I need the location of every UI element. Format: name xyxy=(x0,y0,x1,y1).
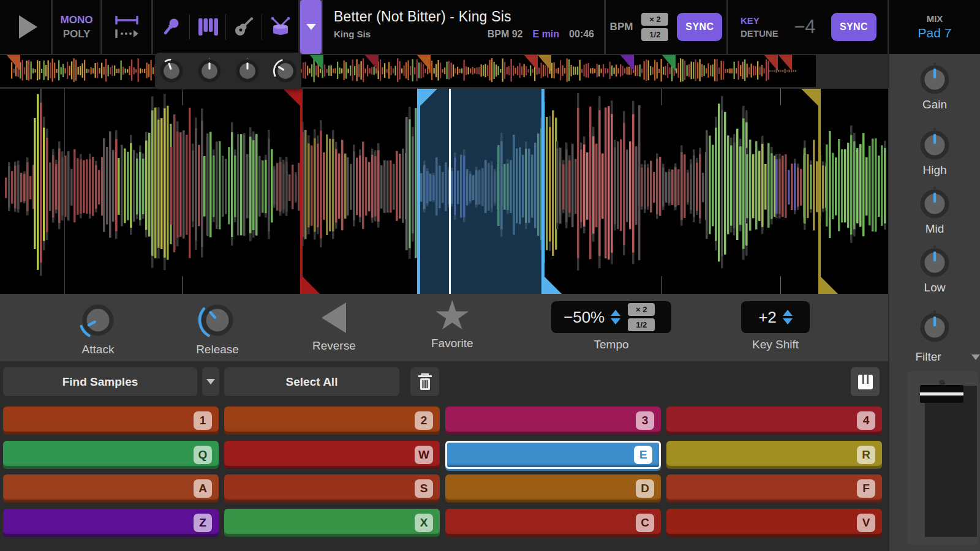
pad-key-badge: 3 xyxy=(636,411,654,430)
tempo-value: −50% xyxy=(564,308,605,327)
attack-label: Attack xyxy=(82,343,115,356)
keyboard-mode-button[interactable] xyxy=(851,367,880,396)
sample-pad-2[interactable]: 2 xyxy=(224,407,440,435)
start-cue-line[interactable] xyxy=(300,89,303,294)
low-label: Low xyxy=(889,281,980,294)
fx-knob-3[interactable] xyxy=(232,56,263,86)
gain-knob[interactable] xyxy=(916,61,953,98)
loop-range-icon xyxy=(115,16,139,24)
fx-knob-popup xyxy=(155,53,301,89)
fader-track[interactable] xyxy=(943,386,977,537)
piano-icon xyxy=(197,17,218,37)
sampler-app: MONO POLY xyxy=(0,0,980,551)
piano-keys-icon xyxy=(858,374,873,390)
mix-pad-name: Pad 7 xyxy=(918,26,952,40)
playhead[interactable] xyxy=(449,89,451,294)
mono-poly-toggle[interactable]: MONO POLY xyxy=(53,0,100,54)
sample-pad-v[interactable]: V xyxy=(666,509,882,537)
filter-knob[interactable] xyxy=(916,309,953,346)
bpm-sync-button[interactable]: SYNC xyxy=(677,13,722,41)
loop-mode-toggle[interactable] xyxy=(102,0,151,54)
tab-mic[interactable] xyxy=(153,0,189,54)
fx-knob-2[interactable] xyxy=(194,56,225,86)
bar-tick xyxy=(780,89,781,105)
release-label: Release xyxy=(196,343,239,356)
selection-right-edge[interactable] xyxy=(541,89,545,294)
pad-key-badge: F xyxy=(857,479,875,498)
sample-pad-q[interactable]: Q xyxy=(3,441,219,469)
sample-pad-w[interactable]: W xyxy=(224,441,440,469)
sample-pad-3[interactable]: 3 xyxy=(445,407,661,435)
mix-header[interactable]: MIX Pad 7 xyxy=(889,0,980,54)
microphone-icon xyxy=(160,17,181,37)
key-shift-value-box[interactable]: +2 xyxy=(741,301,810,333)
tab-keys[interactable] xyxy=(189,0,225,54)
tab-drums[interactable] xyxy=(262,0,298,54)
overview-waveform[interactable] xyxy=(0,55,816,87)
track-title: Better (Not Bitter) - King Sis xyxy=(334,9,594,25)
sample-pad-e[interactable]: E xyxy=(445,441,661,469)
sample-pad-r[interactable]: R xyxy=(666,441,882,469)
key-section: KEY DETUNE −4 SYNC xyxy=(728,0,888,54)
selection-region[interactable] xyxy=(420,89,541,294)
end-cue-line[interactable] xyxy=(818,89,821,294)
one-shot-icon xyxy=(115,29,139,38)
key-shift-up-arrow[interactable] xyxy=(783,310,793,316)
fader-handle[interactable] xyxy=(920,385,963,403)
pad-key-badge: 1 xyxy=(194,411,212,430)
reverse-label: Reverse xyxy=(312,339,356,353)
delete-button[interactable] xyxy=(410,367,439,396)
bpm-x2-button[interactable]: × 2 xyxy=(641,13,668,26)
pad-key-badge: A xyxy=(194,479,212,498)
selection-left-edge[interactable] xyxy=(417,89,420,294)
sample-pad-x[interactable]: X xyxy=(224,509,440,537)
sample-pad-f[interactable]: F xyxy=(666,474,882,503)
tempo-half-button[interactable]: 1/2 xyxy=(628,318,655,331)
sample-pad-a[interactable]: A xyxy=(3,474,219,503)
key-shift-stepper xyxy=(783,310,793,324)
bar-tick xyxy=(182,276,183,294)
mono-label[interactable]: MONO xyxy=(61,14,93,26)
tempo-value-box[interactable]: −50% × 2 1/2 xyxy=(551,301,671,333)
tab-guitar[interactable] xyxy=(226,0,262,54)
reverse-button[interactable] xyxy=(322,302,346,333)
favorite-star-button[interactable] xyxy=(435,300,469,332)
sample-pad-d[interactable]: D xyxy=(445,474,661,503)
pad-key-badge: W xyxy=(415,446,433,464)
key-sync-button[interactable]: SYNC xyxy=(831,13,876,41)
fx-knob-1[interactable] xyxy=(156,56,187,86)
find-samples-button[interactable]: Find Samples xyxy=(3,367,197,396)
sample-pad-s[interactable]: S xyxy=(224,474,440,503)
sample-controls-panel: Attack Release Reverse Favorite −50% xyxy=(0,294,888,361)
sample-pad-4[interactable]: 4 xyxy=(666,407,882,435)
mid-knob[interactable] xyxy=(916,186,953,222)
fx-knob-4[interactable] xyxy=(270,56,301,86)
attack-knob[interactable] xyxy=(77,299,119,342)
track-duration: 00:46 xyxy=(569,29,594,40)
instrument-dropdown-button[interactable] xyxy=(300,0,322,54)
overview-waveform-canvas[interactable] xyxy=(0,55,816,87)
low-knob[interactable] xyxy=(916,244,953,281)
tempo-down-arrow[interactable] xyxy=(611,318,620,324)
find-samples-dropdown-button[interactable] xyxy=(202,367,219,396)
filter-selector[interactable]: Filter xyxy=(889,350,980,364)
sample-pad-c[interactable]: C xyxy=(445,509,661,537)
detune-value[interactable]: −4 xyxy=(794,16,815,38)
pad-key-badge: D xyxy=(636,479,654,498)
pad-key-badge: Z xyxy=(194,514,212,532)
high-knob[interactable] xyxy=(916,127,953,163)
key-shift-value: +2 xyxy=(758,308,777,327)
tempo-up-arrow[interactable] xyxy=(611,310,620,316)
poly-label[interactable]: POLY xyxy=(63,28,91,40)
key-shift-down-arrow[interactable] xyxy=(783,318,793,324)
main-waveform[interactable] xyxy=(0,89,888,294)
sample-pad-z[interactable]: Z xyxy=(3,509,219,537)
play-button[interactable] xyxy=(0,0,51,54)
track-info-panel[interactable]: Better (Not Bitter) - King Sis King Sis … xyxy=(323,0,604,54)
release-knob[interactable] xyxy=(196,299,239,342)
sample-pad-1[interactable]: 1 xyxy=(3,407,219,435)
bpm-half-button[interactable]: 1/2 xyxy=(641,28,668,41)
select-all-button[interactable]: Select All xyxy=(224,367,399,396)
volume-fader xyxy=(907,371,978,545)
tempo-x2-button[interactable]: × 2 xyxy=(628,303,655,316)
